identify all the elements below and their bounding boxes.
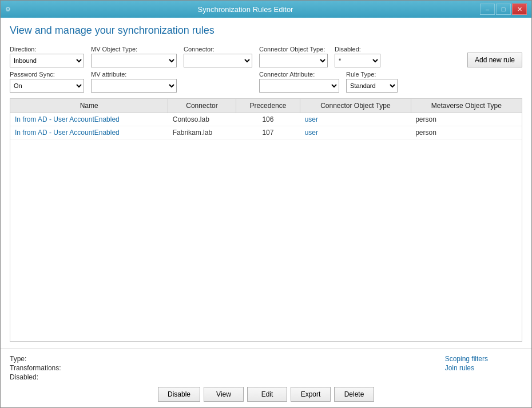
mv-object-type-select[interactable] xyxy=(91,54,177,67)
connector-object-type-label: Connector Object Type: xyxy=(259,46,328,53)
col-header-connector: Connector xyxy=(168,99,236,113)
maximize-button[interactable]: □ xyxy=(496,3,511,15)
connector-attribute-select[interactable] xyxy=(259,79,339,93)
cell-precedence: 106 xyxy=(236,113,300,126)
password-sync-group: Password Sync: On Off xyxy=(10,71,84,93)
connector-label: Connector: xyxy=(184,46,252,53)
rules-table-container: Name Connector Precedence Connector Obje… xyxy=(10,98,522,342)
page-title: View and manage your synchronization rul… xyxy=(10,25,522,37)
mv-attribute-select[interactable] xyxy=(91,79,177,93)
direction-group: Direction: Inbound Outbound xyxy=(10,46,84,67)
connector-object-type-select[interactable] xyxy=(259,54,328,67)
mv-object-type-label: MV Object Type: xyxy=(91,46,177,53)
rule-type-label: Rule Type: xyxy=(346,71,398,78)
table-row[interactable]: In from AD - User AccountEnabled Fabrika… xyxy=(10,126,522,139)
disabled-group: Disabled: * Yes No xyxy=(335,46,380,67)
col-header-precedence: Precedence xyxy=(236,99,300,113)
disabled-select[interactable]: * Yes No xyxy=(335,54,380,67)
app-icon: ⚙ xyxy=(5,6,11,13)
type-label: Type: xyxy=(10,355,61,363)
bottom-info-right: Scoping filters Join rules xyxy=(445,355,522,381)
connector-select[interactable] xyxy=(184,54,252,67)
mv-attribute-group: MV attribute: xyxy=(91,71,177,93)
mv-attribute-label: MV attribute: xyxy=(91,71,177,78)
cell-name: In from AD - User AccountEnabled xyxy=(10,113,168,126)
main-window: ⚙ Synchronization Rules Editor – □ ✕ Vie… xyxy=(0,0,532,408)
cell-connector-object-type: user xyxy=(300,126,411,139)
window-controls: – □ ✕ xyxy=(480,3,527,15)
export-button[interactable]: Export xyxy=(291,387,331,402)
password-sync-label: Password Sync: xyxy=(10,71,84,78)
minimize-button[interactable]: – xyxy=(480,3,495,15)
disabled-label: Disabled: xyxy=(335,46,380,53)
bottom-info-left: Type: Transformations: Disabled: xyxy=(10,355,61,381)
window-title: Synchronization Rules Editor xyxy=(11,5,480,14)
rule-type-select[interactable]: Standard Sticky xyxy=(346,79,398,93)
disabled-info-label: Disabled: xyxy=(10,373,61,381)
filter-section: Direction: Inbound Outbound MV Object Ty… xyxy=(10,46,522,93)
direction-select[interactable]: Inbound Outbound xyxy=(10,54,84,67)
close-button[interactable]: ✕ xyxy=(512,3,527,15)
table-row[interactable]: In from AD - User AccountEnabled Contoso… xyxy=(10,113,522,126)
transformations-label: Transformations: xyxy=(10,364,61,372)
col-header-name: Name xyxy=(10,99,168,113)
cell-connector: Fabrikam.lab xyxy=(168,126,236,139)
col-header-metaverse-object-type: Metaverse Object Type xyxy=(411,99,522,113)
cell-metaverse-object-type: person xyxy=(411,126,522,139)
cell-metaverse-object-type: person xyxy=(411,113,522,126)
add-new-rule-button[interactable]: Add new rule xyxy=(467,53,522,67)
bottom-buttons: Disable View Edit Export Delete xyxy=(10,387,522,402)
cell-connector-object-type: user xyxy=(300,113,411,126)
connector-object-type-group: Connector Object Type: xyxy=(259,46,328,67)
delete-button[interactable]: Delete xyxy=(334,387,374,402)
mv-object-type-group: MV Object Type: xyxy=(91,46,177,67)
disable-button[interactable]: Disable xyxy=(158,387,200,402)
content-area: View and manage your synchronization rul… xyxy=(1,18,531,349)
title-bar: ⚙ Synchronization Rules Editor – □ ✕ xyxy=(1,1,531,18)
join-rules-link[interactable]: Join rules xyxy=(445,364,488,372)
rules-table: Name Connector Precedence Connector Obje… xyxy=(10,99,522,139)
table-header-row: Name Connector Precedence Connector Obje… xyxy=(10,99,522,113)
bottom-info-row: Type: Transformations: Disabled: Scoping… xyxy=(10,355,522,381)
filter-row-2: Password Sync: On Off MV attribute: Conn… xyxy=(10,71,522,93)
view-button[interactable]: View xyxy=(204,387,244,402)
cell-name: In from AD - User AccountEnabled xyxy=(10,126,168,139)
bottom-section: Type: Transformations: Disabled: Scoping… xyxy=(1,349,531,407)
connector-attribute-group: Connector Attribute: xyxy=(259,71,339,93)
connector-attribute-label: Connector Attribute: xyxy=(259,71,339,78)
edit-button[interactable]: Edit xyxy=(247,387,287,402)
cell-precedence: 107 xyxy=(236,126,300,139)
cell-connector: Contoso.lab xyxy=(168,113,236,126)
scoping-filters-link[interactable]: Scoping filters xyxy=(445,355,488,363)
filter-row-1: Direction: Inbound Outbound MV Object Ty… xyxy=(10,46,522,67)
password-sync-select[interactable]: On Off xyxy=(10,79,84,93)
connector-group: Connector: xyxy=(184,46,252,67)
rule-type-group: Rule Type: Standard Sticky xyxy=(346,71,398,93)
direction-label: Direction: xyxy=(10,46,84,53)
col-header-connector-object-type: Connector Object Type xyxy=(300,99,411,113)
